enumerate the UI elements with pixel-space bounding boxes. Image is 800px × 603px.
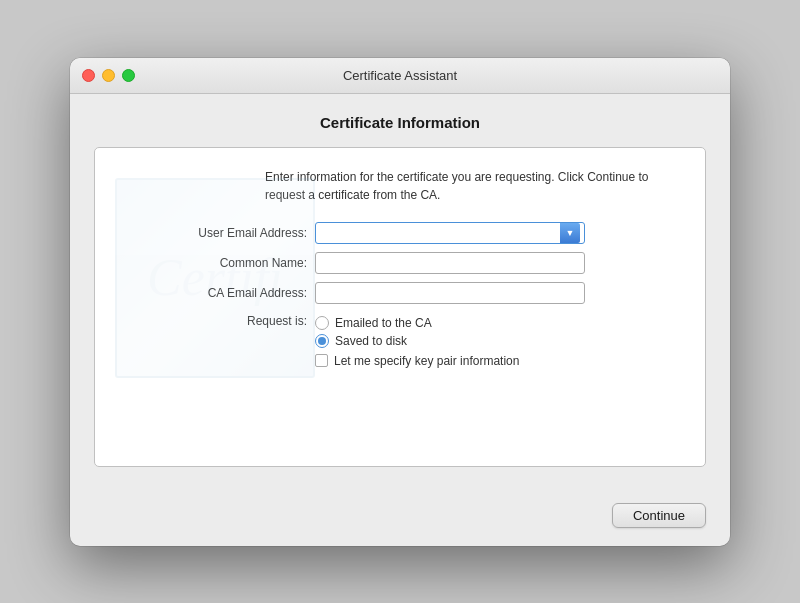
close-button[interactable] xyxy=(82,69,95,82)
ca-email-input[interactable] xyxy=(315,282,585,304)
footer: Continue xyxy=(70,491,730,546)
continue-button[interactable]: Continue xyxy=(612,503,706,528)
instructions-text: Enter information for the certificate yo… xyxy=(265,168,685,204)
radio-saved-circle[interactable] xyxy=(315,334,329,348)
user-email-input[interactable]: ▼ xyxy=(315,222,585,244)
content-area: Certificate Information Certifi Enter in… xyxy=(70,94,730,491)
window-title: Certificate Assistant xyxy=(343,68,457,83)
radio-saved-label: Saved to disk xyxy=(335,334,407,348)
radio-saved-to-disk[interactable]: Saved to disk xyxy=(315,334,519,348)
certificate-watermark: Certifi xyxy=(115,178,315,378)
minimize-button[interactable] xyxy=(102,69,115,82)
dropdown-arrow-icon[interactable]: ▼ xyxy=(560,223,580,243)
form-container: Certifi Enter information for the certif… xyxy=(94,147,706,467)
watermark-text: Certifi xyxy=(147,248,283,307)
key-pair-checkbox[interactable] xyxy=(315,354,328,367)
titlebar: Certificate Assistant xyxy=(70,58,730,94)
checkbox-key-pair-label: Let me specify key pair information xyxy=(334,354,519,368)
checkbox-key-pair-row[interactable]: Let me specify key pair information xyxy=(315,354,519,368)
section-title: Certificate Information xyxy=(94,114,706,131)
radio-emailed-label: Emailed to the CA xyxy=(335,316,432,330)
request-options: Emailed to the CA Saved to disk Let me s… xyxy=(315,316,519,368)
radio-emailed-circle[interactable] xyxy=(315,316,329,330)
common-name-input[interactable] xyxy=(315,252,585,274)
traffic-lights xyxy=(82,69,135,82)
radio-dot xyxy=(318,337,326,345)
main-window: Certificate Assistant Certificate Inform… xyxy=(70,58,730,546)
maximize-button[interactable] xyxy=(122,69,135,82)
radio-emailed-to-ca[interactable]: Emailed to the CA xyxy=(315,316,519,330)
